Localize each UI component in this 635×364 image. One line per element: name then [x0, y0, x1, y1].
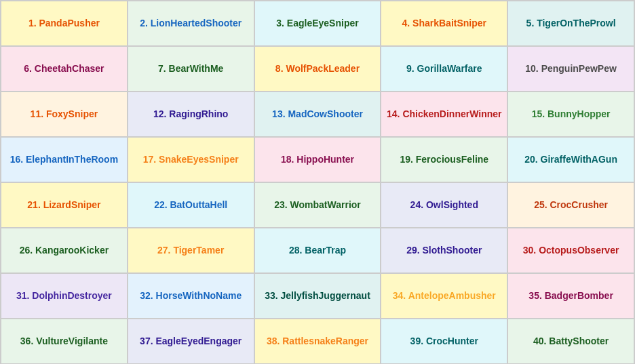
- cell-10: 10. PenguinPewPew: [508, 47, 635, 92]
- cell-36: 36. VultureVigilante: [1, 319, 128, 364]
- cell-18: 18. HippoHunter: [255, 138, 382, 183]
- cell-19: 19. FerociousFeline: [381, 138, 508, 183]
- cell-32: 32. HorseWithNoName: [128, 274, 255, 319]
- cell-38: 38. RattlesnakeRanger: [255, 319, 382, 364]
- cell-31: 31. DolphinDestroyer: [1, 274, 128, 319]
- cell-12: 12. RagingRhino: [128, 92, 255, 138]
- cell-15: 15. BunnyHopper: [508, 92, 635, 138]
- cell-40: 40. BattyShooter: [508, 319, 635, 364]
- cell-28: 28. BearTrap: [255, 228, 382, 274]
- cell-16: 16. ElephantInTheRoom: [1, 138, 128, 183]
- cell-8: 8. WolfPackLeader: [255, 47, 382, 92]
- cell-34: 34. AntelopeAmbusher: [381, 274, 508, 319]
- cell-13: 13. MadCowShooter: [255, 92, 382, 138]
- cell-9: 9. GorillaWarfare: [381, 47, 508, 92]
- cell-23: 23. WombatWarrior: [255, 183, 382, 228]
- game-grid: 1. PandaPusher2. LionHeartedShooter3. Ea…: [0, 0, 635, 364]
- cell-30: 30. OctopusObserver: [508, 228, 635, 274]
- cell-33: 33. JellyfishJuggernaut: [255, 274, 382, 319]
- cell-25: 25. CrocCrusher: [508, 183, 635, 228]
- cell-37: 37. EagleEyedEngager: [128, 319, 255, 364]
- cell-20: 20. GiraffeWithAGun: [508, 138, 635, 183]
- cell-14: 14. ChickenDinnerWinner: [381, 92, 508, 138]
- cell-7: 7. BearWithMe: [128, 47, 255, 92]
- cell-26: 26. KangarooKicker: [1, 228, 128, 274]
- cell-6: 6. CheetahChaser: [1, 47, 128, 92]
- cell-3: 3. EagleEyeSniper: [255, 1, 382, 47]
- cell-29: 29. SlothShooter: [381, 228, 508, 274]
- cell-21: 21. LizardSniper: [1, 183, 128, 228]
- cell-4: 4. SharkBaitSniper: [381, 1, 508, 47]
- cell-27: 27. TigerTamer: [128, 228, 255, 274]
- cell-17: 17. SnakeEyesSniper: [128, 138, 255, 183]
- cell-22: 22. BatOuttaHell: [128, 183, 255, 228]
- cell-24: 24. OwlSighted: [381, 183, 508, 228]
- cell-35: 35. BadgerBomber: [508, 274, 635, 319]
- cell-1: 1. PandaPusher: [1, 1, 128, 47]
- cell-2: 2. LionHeartedShooter: [128, 1, 255, 47]
- cell-11: 11. FoxySniper: [1, 92, 128, 138]
- cell-5: 5. TigerOnTheProwl: [508, 1, 635, 47]
- cell-39: 39. CrocHunter: [381, 319, 508, 364]
